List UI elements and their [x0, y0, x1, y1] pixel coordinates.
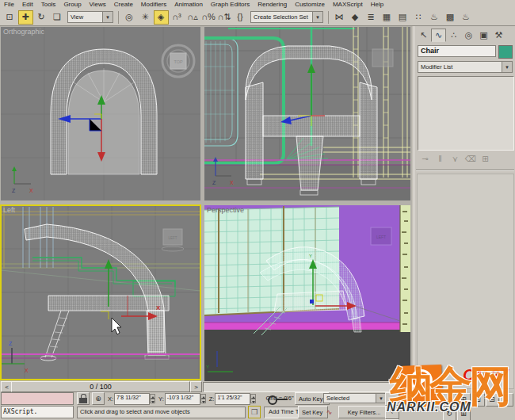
go-to-start-button[interactable]: «	[385, 392, 399, 406]
set-keys-icon[interactable]: ∿	[323, 407, 335, 418]
menu-item[interactable]: Views	[86, 1, 110, 8]
configure-modifier-sets-button[interactable]: ⊞	[479, 153, 492, 165]
time-slider-right-arrow[interactable]: >	[190, 381, 202, 392]
menu-item[interactable]: MAXScript	[329, 1, 367, 8]
menu-item[interactable]: File	[0, 1, 18, 8]
select-and-rotate-button[interactable]: ↻	[34, 10, 49, 25]
viewport-label[interactable]: Perspective	[207, 206, 244, 214]
menu-item[interactable]: Graph Editors	[207, 1, 254, 8]
z-spinner[interactable]	[250, 394, 256, 403]
snaps-toggle-button[interactable]: ◈	[154, 10, 169, 25]
maxscript-mini-listener-pink[interactable]	[1, 392, 74, 405]
angle-snap-button[interactable]: ∩▵	[185, 10, 200, 25]
x-coordinate-label: X:	[108, 395, 113, 403]
tab-create[interactable]: ↖	[416, 29, 431, 42]
pan-button[interactable]: ↔	[500, 393, 513, 407]
pin-stack-button[interactable]: ⊸	[418, 153, 432, 165]
tab-motion[interactable]: ◎	[461, 29, 476, 42]
key-filters-button[interactable]: Key Filters...	[338, 406, 390, 418]
cyan-wireframe-object	[204, 39, 238, 146]
nav-icon: ⊡	[475, 395, 481, 403]
spinner-snap-button[interactable]: ∩⇅	[217, 10, 232, 25]
absolute-mode-toggle[interactable]: ⊕	[92, 392, 105, 405]
menu-item[interactable]: Group	[59, 1, 85, 8]
degradation-override-toggle[interactable]: ❒	[248, 406, 261, 418]
viewport-label[interactable]: Orthographic	[3, 28, 44, 36]
main-toolbar: ⊡✚↻❏ View ▼ ◎✳◈∩³∩▵∩%∩⇅{} Create Selecti…	[0, 9, 515, 26]
key-filter-selection-value: Selected	[326, 395, 349, 402]
maximize-viewport-button[interactable]: ⊞	[457, 407, 471, 420]
select-object-button[interactable]: ⊡	[2, 10, 17, 25]
quick-render-button[interactable]: ♨	[459, 10, 474, 25]
toolbar-icon: ♨	[430, 13, 438, 21]
tab-hierarchy[interactable]: ∴	[446, 29, 461, 42]
show-end-result-button[interactable]: ‖	[433, 153, 447, 165]
left-wireframe[interactable]: LEFT X Z X	[1, 205, 200, 380]
rollout-area[interactable]	[417, 174, 514, 389]
use-pivot-center-button[interactable]: ◎	[122, 10, 137, 25]
stack-button-icon: ⊞	[482, 155, 488, 163]
menu-item[interactable]: Tools	[37, 1, 60, 8]
select-and-scale-button[interactable]: ❏	[50, 10, 65, 25]
object-name-field[interactable]: Chair	[418, 45, 496, 57]
reference-coordinate-value: View	[71, 13, 83, 21]
menu-item[interactable]: Animation	[170, 1, 207, 8]
y-spinner[interactable]	[200, 394, 206, 403]
tab-utilities[interactable]: ⚒	[491, 29, 506, 42]
menu-item[interactable]: Customize	[291, 1, 329, 8]
align-button[interactable]: ◆	[348, 10, 363, 25]
named-selection-set-dropdown[interactable]: Create Selection Set ▼	[250, 11, 323, 23]
x-spinner[interactable]	[150, 394, 155, 403]
zoom-extents-button[interactable]: ⊡	[471, 393, 485, 407]
toolbar-icon: ∩³	[172, 13, 181, 21]
zoom-region-button[interactable]: ⊟	[486, 393, 499, 407]
z-coordinate-field[interactable]: 1'1 25/32"	[215, 393, 250, 405]
menu-item[interactable]: Create	[110, 1, 137, 8]
front-wireframe[interactable]: Z X	[204, 27, 410, 200]
menu-item[interactable]: Edit	[18, 1, 37, 8]
orthographic-wireframe[interactable]: TOP Z X	[1, 27, 200, 200]
menu-item[interactable]: Rendering	[254, 1, 291, 8]
named-selection-sets-button[interactable]: {}	[233, 10, 248, 25]
reference-coordinate-dropdown[interactable]: View ▼	[67, 11, 113, 23]
viewport-orthographic[interactable]: Orthographic	[1, 27, 200, 200]
zoom-all-button[interactable]: ⊞	[457, 393, 471, 407]
select-and-move-button[interactable]: ✚	[18, 10, 33, 25]
perspective-wireframe[interactable]: LEFT Y	[204, 205, 410, 381]
key-filter-selection-dropdown[interactable]: Selected ▼	[323, 393, 387, 403]
render-type-button[interactable]: ▩	[443, 10, 458, 25]
arc-rotate-button[interactable]: ↻	[443, 407, 456, 420]
remove-modifier-button[interactable]: ⌫	[464, 153, 477, 165]
zoom-button[interactable]: ⊕	[443, 393, 456, 407]
render-scene-button[interactable]: ♨	[427, 10, 442, 25]
curve-editor-button[interactable]: ▦	[380, 10, 395, 25]
select-and-manipulate-button[interactable]: ✳	[138, 10, 153, 25]
viewport-perspective[interactable]: Perspective LE	[204, 205, 410, 381]
modifier-list-dropdown[interactable]: Modifier List ▼	[418, 61, 513, 73]
maxscript-mini-listener[interactable]: AXScript.	[1, 406, 74, 418]
floor-strip	[204, 323, 400, 330]
mirror-button[interactable]: ⋈	[332, 10, 347, 25]
modifier-stack-list[interactable]	[418, 76, 514, 151]
snap-3d-button[interactable]: ∩³	[170, 10, 185, 25]
previous-frame-button[interactable]: ‹	[385, 406, 399, 419]
track-bar[interactable]	[203, 382, 412, 392]
time-slider-handle[interactable]: 0 / 100	[11, 381, 190, 392]
y-coordinate-field[interactable]: -10'3 1/32"	[165, 393, 200, 405]
menu-item[interactable]: Help	[367, 1, 387, 8]
selection-lock-toggle[interactable]	[77, 392, 90, 405]
view-plaque: LEFT	[162, 229, 184, 251]
object-color-swatch[interactable]	[498, 45, 513, 59]
viewport-front[interactable]: Z X	[204, 27, 410, 200]
viewport-label[interactable]: Left	[3, 206, 15, 214]
make-unique-button[interactable]: ⋎	[448, 153, 462, 165]
schematic-view-button[interactable]: ▤	[395, 10, 410, 25]
x-coordinate-field[interactable]: 7'8 11/32"	[114, 393, 150, 405]
viewport-left[interactable]: Left	[1, 205, 200, 380]
layer-manager-button[interactable]: ≣	[364, 10, 379, 25]
percent-snap-button[interactable]: ∩%	[201, 10, 216, 25]
menu-item[interactable]: Modifiers	[137, 1, 170, 8]
material-editor-button[interactable]: ∷	[411, 10, 426, 25]
tab-display[interactable]: ▣	[476, 29, 491, 42]
tab-modify[interactable]: ∿	[431, 29, 446, 42]
